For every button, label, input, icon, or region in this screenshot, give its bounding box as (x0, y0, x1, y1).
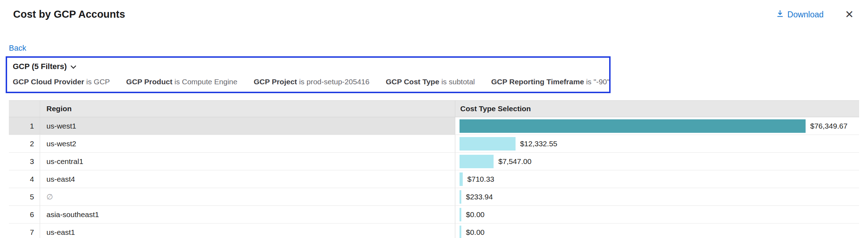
download-label: Download (788, 10, 824, 19)
filter-list: GCP Cloud Provider is GCP GCP Product is… (13, 78, 603, 86)
cost-column-header: Cost Type Selection (455, 101, 859, 117)
filter-project: GCP Project is prod-setup-205416 (254, 78, 369, 86)
row-number: 5 (9, 188, 40, 205)
cost-value: $76,349.67 (810, 122, 847, 130)
filter-cloud-provider: GCP Cloud Provider is GCP (13, 78, 110, 86)
cost-bar (460, 208, 461, 221)
cost-bar (460, 172, 463, 186)
cost-value: $710.33 (467, 175, 494, 183)
download-button[interactable]: Download (776, 9, 824, 20)
filter-group-label: GCP (5 Filters) (13, 62, 67, 71)
table-row[interactable]: 5 ∅ $233.94 (9, 188, 859, 206)
cost-value: $7,547.00 (498, 157, 531, 166)
region-cell: us-west1 (40, 117, 455, 135)
cost-cell: $710.33 (455, 170, 859, 188)
page-title: Cost by GCP Accounts (13, 8, 125, 20)
table-row[interactable]: 4 us-east4 $710.33 (9, 170, 859, 188)
table-row[interactable]: 1 us-west1 $76,349.67 (9, 117, 859, 135)
region-cell: us-central1 (40, 153, 455, 170)
row-number: 6 (9, 206, 40, 223)
cost-cell: $7,547.00 (455, 153, 859, 170)
back-link[interactable]: Back (9, 44, 26, 53)
cost-bar (460, 119, 806, 133)
row-number: 3 (9, 153, 40, 170)
row-number: 1 (9, 117, 40, 135)
cost-bar (460, 190, 461, 204)
region-column-header: Region (40, 101, 455, 117)
region-cell: us-east4 (40, 170, 455, 188)
cost-bar (460, 137, 516, 151)
cost-value: $12,332.55 (520, 140, 557, 148)
row-number: 2 (9, 135, 40, 152)
row-number: 4 (9, 170, 40, 188)
region-cell-null: ∅ (40, 188, 455, 205)
table-row[interactable]: 3 us-central1 $7,547.00 (9, 153, 859, 170)
row-number: 7 (9, 223, 40, 238)
cost-value: $0.00 (466, 210, 485, 219)
cost-cell: $0.00 (455, 206, 859, 223)
table-row[interactable]: 6 asia-southeast1 $0.00 (9, 206, 859, 223)
page-header: Cost by GCP Accounts Download ✕ (0, 0, 868, 20)
close-icon[interactable]: ✕ (844, 9, 855, 20)
region-cell: us-east1 (40, 223, 455, 238)
cost-cell: $12,332.55 (455, 135, 859, 152)
cost-bar (460, 226, 461, 238)
cost-table: Region Cost Type Selection 1 us-west1 $7… (9, 100, 859, 238)
cost-value: $233.94 (466, 193, 493, 201)
table-row[interactable]: 2 us-west2 $12,332.55 (9, 135, 859, 153)
table-header-row: Region Cost Type Selection (9, 101, 859, 117)
filter-group-dropdown[interactable]: GCP (5 Filters) (13, 62, 77, 71)
region-cell: asia-southeast1 (40, 206, 455, 223)
region-cell: us-west2 (40, 135, 455, 152)
cost-cell: $0.00 (455, 223, 859, 238)
table-row[interactable]: 7 us-east1 $0.00 (9, 223, 859, 238)
chevron-down-icon (70, 62, 77, 71)
download-icon (776, 9, 784, 20)
filter-reporting-timeframe: GCP Reporting Timeframe is "-90" (491, 78, 610, 86)
cost-bar (460, 155, 494, 168)
cost-value: $0.00 (466, 228, 485, 237)
row-number-column-header (9, 101, 40, 117)
filter-product: GCP Product is Compute Engine (126, 78, 238, 86)
header-actions: Download ✕ (776, 9, 855, 20)
filter-cost-type: GCP Cost Type is subtotal (386, 78, 475, 86)
cost-cell: $233.94 (455, 188, 859, 205)
cost-cell: $76,349.67 (455, 117, 859, 135)
filter-group-highlight: GCP (5 Filters) GCP Cloud Provider is GC… (6, 56, 611, 93)
